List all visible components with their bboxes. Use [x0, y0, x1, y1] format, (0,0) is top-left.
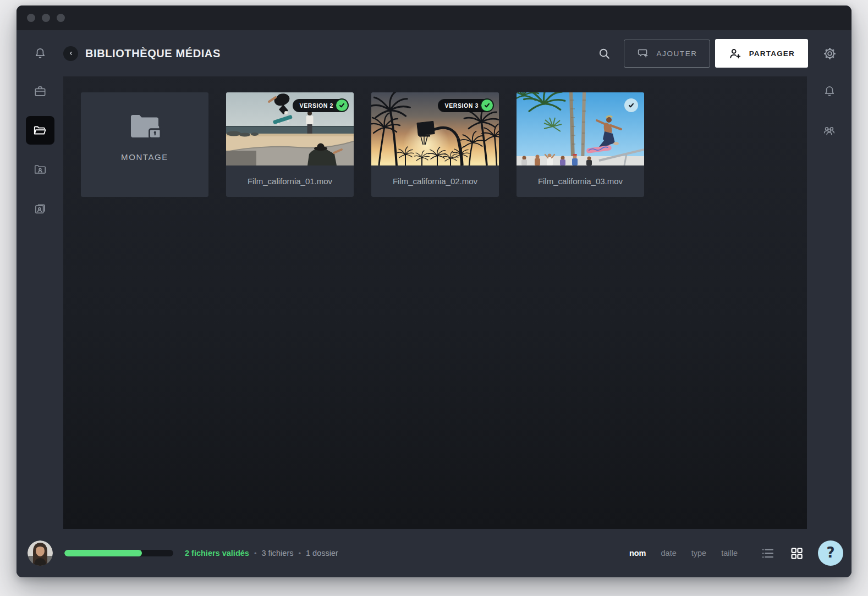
folder-lock-icon [127, 92, 163, 140]
folder-card-montage[interactable]: MONTAGE [81, 92, 208, 197]
contact-cards-icon [33, 201, 47, 216]
app-window: BIBLIOTHÈQUE MÉDIAS AJOUTER [17, 5, 851, 577]
grid-view-icon [790, 547, 804, 560]
sort-by-size[interactable]: taille [721, 549, 738, 558]
approved-check-icon [480, 98, 494, 112]
footer-bar: 2 fichiers validés • 3 fichiers • 1 doss… [17, 529, 851, 577]
settings-button[interactable] [822, 46, 837, 61]
share-button-label: PARTAGER [749, 49, 795, 58]
right-sidebar [807, 76, 851, 529]
window-minimize-button[interactable] [42, 14, 50, 22]
validated-files-count[interactable]: 2 fichiers validés [185, 549, 249, 558]
team-icon [822, 123, 837, 138]
validation-progress-fill [64, 550, 142, 556]
file-card-3[interactable]: Film_california_03.mov [517, 92, 644, 197]
media-library-grid: MONTAGE [63, 76, 807, 529]
comment-plus-icon [636, 47, 650, 60]
share-button[interactable]: PARTAGER [715, 39, 808, 68]
video-thumbnail-skatepark-beach: VERSION 2 [226, 92, 354, 165]
sidebar-item-shared-folders[interactable] [26, 155, 54, 184]
files-count: 3 fichiers [261, 549, 293, 558]
file-card-1[interactable]: VERSION 2 Film_california_01.mov [226, 92, 354, 197]
bell-icon [822, 84, 837, 98]
approved-check-icon [335, 98, 349, 112]
folder-user-icon [33, 162, 47, 176]
main-area: MONTAGE [17, 76, 851, 529]
search-button[interactable] [597, 46, 612, 61]
titlebar [17, 5, 851, 30]
validation-progress-bar [64, 550, 173, 556]
sort-options: nom date type taille [629, 549, 738, 558]
list-view-button[interactable] [761, 547, 774, 560]
sort-by-name[interactable]: nom [629, 549, 646, 558]
bell-icon [33, 46, 47, 60]
stats-separator: • [254, 549, 257, 558]
file-name: Film_california_02.mov [371, 165, 499, 197]
person-plus-icon [728, 47, 742, 60]
notifications-button[interactable] [815, 77, 844, 106]
back-button[interactable] [63, 46, 78, 61]
briefcase-icon [33, 84, 47, 98]
add-button[interactable]: AJOUTER [624, 40, 710, 68]
search-icon [597, 46, 612, 61]
sidebar-item-media-library[interactable] [26, 116, 54, 145]
help-button[interactable]: ? [818, 540, 843, 566]
library-stats: 2 fichiers validés • 3 fichiers • 1 doss… [185, 549, 338, 558]
add-button-label: AJOUTER [656, 49, 697, 58]
page-title: BIBLIOTHÈQUE MÉDIAS [85, 47, 221, 60]
approval-badge-row: VERSION 3 [438, 98, 494, 112]
window-close-button[interactable] [27, 14, 35, 22]
stats-separator: • [298, 549, 301, 558]
list-view-icon [761, 547, 774, 560]
approved-check-icon [624, 98, 638, 112]
folders-count: 1 dossier [306, 549, 338, 558]
header-rail-bell[interactable] [17, 46, 63, 60]
team-members-button[interactable] [815, 116, 844, 145]
sort-by-date[interactable]: date [661, 549, 677, 558]
help-question-label: ? [826, 544, 834, 561]
video-thumbnail-venice-skater [517, 92, 644, 165]
sidebar-item-presentations[interactable] [26, 194, 54, 223]
folder-open-icon [32, 123, 47, 138]
user-avatar[interactable] [28, 540, 53, 566]
file-name: Film_california_01.mov [226, 165, 354, 197]
gear-icon [822, 46, 837, 61]
window-zoom-button[interactable] [57, 14, 65, 22]
video-thumbnail-sunset-hoop: VERSION 3 [371, 92, 499, 165]
approval-badge-row: VERSION 2 [293, 98, 349, 112]
chevron-left-icon [67, 49, 75, 57]
folder-name: MONTAGE [121, 152, 168, 162]
sidebar-item-projects[interactable] [26, 77, 54, 106]
sort-by-type[interactable]: type [691, 549, 706, 558]
file-card-2[interactable]: VERSION 3 Film_california_02.mov [371, 92, 499, 197]
grid-view-button[interactable] [790, 547, 804, 560]
header: BIBLIOTHÈQUE MÉDIAS AJOUTER [17, 30, 851, 76]
left-sidebar [17, 76, 63, 529]
desktop-background: BIBLIOTHÈQUE MÉDIAS AJOUTER [0, 0, 868, 596]
file-name: Film_california_03.mov [517, 165, 644, 197]
